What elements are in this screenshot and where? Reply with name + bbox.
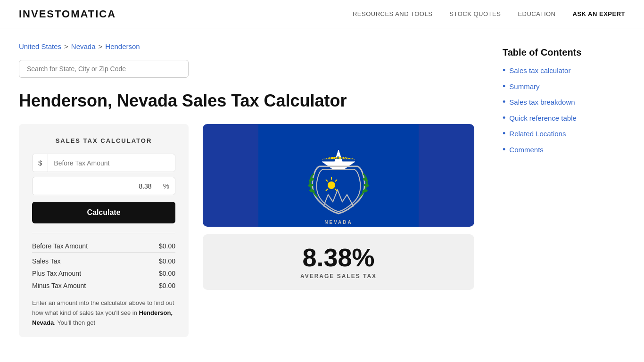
toc-item-comments: • Comments	[503, 145, 625, 155]
dollar-prefix: $	[33, 154, 48, 172]
dollar-input-row: $	[32, 154, 175, 172]
toc-bullet-2: •	[503, 82, 505, 92]
search-input[interactable]	[19, 60, 189, 78]
nevada-flag: NEVADA BATTLE BORN	[203, 124, 474, 227]
tax-rate-input[interactable]	[33, 178, 157, 195]
result-minus-tax-value: $0.00	[159, 282, 175, 289]
calculate-button[interactable]: Calculate	[32, 202, 175, 223]
percent-suffix: %	[157, 177, 175, 195]
toc-link-reference[interactable]: Quick reference table	[509, 113, 577, 123]
breadcrumb-nevada[interactable]: Nevada	[71, 42, 96, 50]
toc-item-calculator: • Sales tax calculator	[503, 66, 625, 76]
calc-results: Before Tax Amount $0.00 Sales Tax $0.00 …	[32, 233, 175, 292]
result-before-tax: Before Tax Amount $0.00	[32, 240, 175, 253]
result-plus-tax: Plus Tax Amount $0.00	[32, 267, 175, 280]
result-sales-tax-label: Sales Tax	[32, 257, 60, 265]
toc-link-breakdown[interactable]: Sales tax breakdown	[509, 97, 575, 107]
result-minus-tax: Minus Tax Amount $0.00	[32, 280, 175, 292]
sidebar: Table of Contents • Sales tax calculator…	[503, 42, 625, 337]
result-before-tax-label: Before Tax Amount	[32, 242, 88, 250]
before-tax-input[interactable]	[48, 155, 175, 172]
result-sales-tax-value: $0.00	[159, 257, 175, 265]
nav-ask-expert[interactable]: ASK AN EXPERT	[573, 10, 625, 17]
toc-item-reference: • Quick reference table	[503, 113, 625, 123]
page-wrapper: United States > Nevada > Henderson Hende…	[0, 28, 644, 351]
svg-text:BATTLE BORN: BATTLE BORN	[324, 156, 353, 159]
result-sales-tax: Sales Tax $0.00	[32, 255, 175, 267]
nav-links: RESOURCES AND TOOLS STOCK QUOTES EDUCATI…	[353, 10, 625, 17]
toc-item-summary: • Summary	[503, 82, 625, 92]
main-content: United States > Nevada > Henderson Hende…	[19, 42, 474, 337]
breadcrumb-us[interactable]: United States	[19, 42, 61, 50]
result-before-tax-value: $0.00	[159, 242, 175, 250]
breadcrumb-sep-1: >	[64, 42, 68, 50]
breadcrumb: United States > Nevada > Henderson	[19, 42, 474, 50]
navbar: INVESTOMATICA RESOURCES AND TOOLS STOCK …	[0, 0, 644, 28]
toc-bullet-1: •	[503, 66, 505, 76]
calculator-description: Enter an amount into the calculator abov…	[32, 298, 175, 328]
percent-input-row: %	[32, 177, 175, 195]
toc-title: Table of Contents	[503, 47, 625, 58]
toc-link-summary[interactable]: Summary	[509, 82, 539, 91]
toc-item-breakdown: • Sales tax breakdown	[503, 97, 625, 107]
rate-number: 8.38%	[302, 245, 374, 270]
nav-resources-tools[interactable]: RESOURCES AND TOOLS	[353, 10, 432, 17]
breadcrumb-sep-2: >	[99, 42, 103, 50]
rate-card: 8.38% AVERAGE SALES TAX	[203, 234, 474, 290]
page-title: Henderson, Nevada Sales Tax Calculator	[19, 91, 474, 111]
logo[interactable]: INVESTOMATICA	[19, 8, 116, 20]
toc-bullet-5: •	[503, 129, 505, 139]
svg-point-2	[328, 181, 335, 189]
toc-bullet-4: •	[503, 113, 505, 123]
result-minus-tax-label: Minus Tax Amount	[32, 282, 86, 289]
toc-link-comments[interactable]: Comments	[509, 145, 544, 155]
rate-label: AVERAGE SALES TAX	[300, 273, 377, 280]
toc-bullet-6: •	[503, 145, 505, 155]
toc-link-calculator[interactable]: Sales tax calculator	[509, 66, 570, 75]
nav-stock-quotes[interactable]: STOCK QUOTES	[449, 10, 501, 17]
calc-flag-row: SALES TAX CALCULATOR $ % Calculate Befor…	[19, 124, 474, 337]
calculator-title: SALES TAX CALCULATOR	[32, 137, 175, 144]
nevada-flag-svg: NEVADA BATTLE BORN	[203, 124, 474, 227]
breadcrumb-henderson[interactable]: Henderson	[105, 42, 140, 50]
toc-bullet-3: •	[503, 97, 505, 107]
flag-rate-column: NEVADA BATTLE BORN	[203, 124, 474, 290]
toc-link-locations[interactable]: Related Locations	[509, 129, 566, 139]
calc-desc-suffix: . You'll then get	[54, 319, 95, 326]
svg-text:NEVADA: NEVADA	[324, 220, 352, 225]
nav-education[interactable]: EDUCATION	[518, 10, 555, 17]
toc-list: • Sales tax calculator • Summary • Sales…	[503, 66, 625, 155]
calculator-card: SALES TAX CALCULATOR $ % Calculate Befor…	[19, 124, 189, 337]
result-plus-tax-label: Plus Tax Amount	[32, 270, 81, 277]
result-plus-tax-value: $0.00	[159, 270, 175, 277]
toc-item-locations: • Related Locations	[503, 129, 625, 139]
